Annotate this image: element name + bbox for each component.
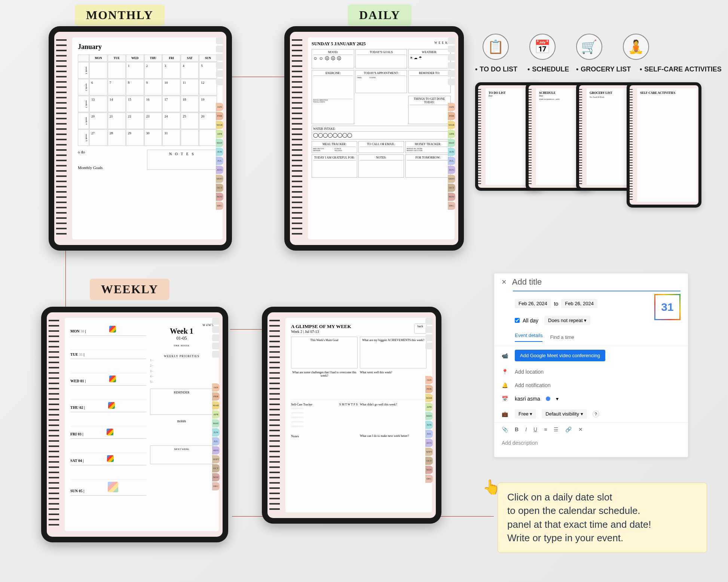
gcal-icon[interactable] — [109, 376, 116, 382]
month-tab-aug[interactable]: AUG — [216, 166, 223, 174]
connector — [230, 329, 262, 330]
gcal-icon[interactable] — [109, 326, 116, 333]
notif-input[interactable]: Add notification — [515, 382, 551, 388]
month-tab-sept[interactable]: SEPT — [425, 448, 433, 456]
todo-label: o do — [78, 150, 143, 154]
meet-icon: 📹 — [502, 353, 509, 359]
month-tab-mar[interactable]: MAR — [425, 394, 433, 402]
month-tab-jan[interactable]: JAN — [425, 376, 433, 384]
month-tab-nov[interactable]: NOV — [448, 193, 455, 201]
month-tab-mar[interactable]: MAR — [216, 121, 223, 129]
briefcase-icon: 💼 — [502, 411, 509, 417]
calendar-icon: 📅 — [502, 396, 509, 402]
tab-event-details[interactable]: Event details — [515, 333, 542, 342]
gcal-icon[interactable] — [108, 482, 118, 492]
close-icon[interactable]: × — [502, 277, 507, 287]
goals-label: Monthly Goals — [78, 165, 143, 170]
small-selfcare: SELF-CARE ACTIVITIES — [627, 82, 701, 208]
attach-icon[interactable]: 📎 — [502, 426, 508, 432]
free-select[interactable]: Free ▾ — [515, 409, 536, 419]
month-tab-jan[interactable]: JAN — [212, 383, 220, 392]
bold-button[interactable]: B — [515, 426, 519, 432]
month-tab-feb[interactable]: FEB — [216, 112, 223, 120]
month-tab-may[interactable]: MAY — [216, 139, 223, 147]
month-tab-apr[interactable]: APR — [448, 130, 455, 138]
underline-button[interactable]: U — [533, 426, 537, 432]
month-tab-jan[interactable]: JAN — [448, 103, 455, 111]
month-tab-apr[interactable]: APR — [216, 130, 223, 138]
month-tab-may[interactable]: MAY — [212, 419, 220, 428]
gcal-panel: × Add title 31 Feb 26, 2024 to Feb 26, 2… — [494, 273, 688, 457]
description-input[interactable]: Add description — [494, 436, 688, 457]
month-tab-nov[interactable]: NOV — [212, 473, 220, 481]
month-tabs: JANFEBMARAPRMAYJUNJULAUGSEPTOCTNOVDEC — [448, 103, 455, 210]
repeat-select[interactable]: Does not repeat ▾ — [544, 316, 590, 325]
italic-button[interactable]: I — [525, 426, 527, 432]
month-tab-aug[interactable]: AUG — [212, 446, 220, 454]
month-tab-may[interactable]: MAY — [425, 412, 433, 420]
month-tab-mar[interactable]: MAR — [448, 121, 455, 129]
location-input[interactable]: Add location — [515, 369, 544, 375]
gcal-icon[interactable] — [107, 429, 113, 435]
month-tab-jun[interactable]: JUN — [216, 148, 223, 156]
schedule-icon: 📅 — [529, 34, 556, 60]
month-tabs: JANFEBMARAPRMAYJUNJULAUGSEPTOCTNOVDEC — [425, 376, 433, 483]
date-from[interactable]: Feb 26, 2024 — [515, 299, 551, 308]
daily-title: SUNDAY 5 JANUARY 2025 — [312, 41, 366, 47]
add-meet-button[interactable]: Add Google Meet video conferencing — [515, 350, 605, 361]
month-tab-feb[interactable]: FEB — [212, 392, 220, 401]
instruction-box: Click on a daily date slot to open the c… — [498, 483, 707, 553]
month-tab-aug[interactable]: AUG — [448, 166, 455, 174]
month-tab-jul[interactable]: JUL — [448, 157, 455, 165]
month-tab-feb[interactable]: FEB — [425, 385, 433, 393]
allday-checkbox[interactable] — [515, 318, 520, 323]
month-tab-jun[interactable]: JUN — [212, 428, 220, 436]
month-tab-dec[interactable]: DEC — [425, 475, 433, 483]
month-tab-dec[interactable]: DEC — [216, 202, 223, 210]
month-tab-may[interactable]: MAY — [448, 139, 455, 147]
tab-find-time[interactable]: Find a time — [550, 334, 574, 340]
month-tab-nov[interactable]: NOV — [425, 466, 433, 474]
clear-format-icon[interactable]: ✕ — [578, 426, 583, 432]
date-to[interactable]: Feb 26, 2024 — [561, 299, 597, 308]
help-icon[interactable]: ? — [593, 411, 599, 417]
month-tab-jul[interactable]: JUL — [212, 437, 220, 445]
month-tab-mar[interactable]: MAR — [212, 401, 220, 410]
daily-tablet: SUNDAY 5 JANUARY 2025 W E E K 1 MOOD:☺ ☺… — [284, 26, 464, 251]
weekly-label: WEEKLY — [90, 279, 169, 300]
grocery-icon: 🛒 — [576, 34, 602, 60]
month-tab-jul[interactable]: JUL — [425, 430, 433, 438]
month-tab-jul[interactable]: JUL — [216, 157, 223, 165]
month-tab-feb[interactable]: FEB — [448, 112, 455, 120]
month-tab-aug[interactable]: AUG — [425, 439, 433, 447]
month-tab-oct[interactable]: OCT — [212, 464, 220, 472]
month-tab-oct[interactable]: OCT — [216, 184, 223, 192]
gcal-icon[interactable] — [107, 455, 114, 462]
month-tab-dec[interactable]: DEC — [212, 482, 220, 490]
month-tab-dec[interactable]: DEC — [448, 202, 455, 210]
month-tab-sept[interactable]: SEPT — [212, 455, 220, 463]
notes-box[interactable]: N O T E S — [147, 150, 217, 170]
month-tab-sept[interactable]: SEPT — [448, 175, 455, 183]
month-tab-apr[interactable]: APR — [212, 410, 220, 419]
numlist-icon[interactable]: ☰ — [554, 426, 559, 432]
title-input[interactable]: Add title — [512, 277, 542, 287]
month-tab-oct[interactable]: OCT — [425, 457, 433, 465]
monthly-label: MONTHLY — [75, 4, 165, 26]
month-title: January — [78, 43, 217, 51]
month-tab-nov[interactable]: NOV — [216, 193, 223, 201]
month-tab-oct[interactable]: OCT — [448, 184, 455, 192]
back-button[interactable]: back — [414, 324, 426, 334]
month-tab-apr[interactable]: APR — [425, 403, 433, 411]
month-tab-sept[interactable]: SEPT — [216, 175, 223, 183]
visibility-select[interactable]: Default visibility ▾ — [542, 409, 587, 419]
month-tab-jun[interactable]: JUN — [448, 148, 455, 156]
monthly-tablet: January MON TUE WED THU FRI SAT SUN week… — [49, 26, 232, 251]
list-icon[interactable]: ≡ — [544, 426, 547, 432]
calendar-grid: MON TUE WED THU FRI SAT SUN week 112345 … — [78, 55, 217, 146]
month-tab-jan[interactable]: JAN — [216, 103, 223, 111]
selfcare-icon: 🧘 — [623, 34, 649, 60]
month-tab-jun[interactable]: JUN — [425, 421, 433, 429]
gcal-icon[interactable] — [108, 402, 115, 409]
link-icon[interactable]: 🔗 — [565, 426, 572, 432]
